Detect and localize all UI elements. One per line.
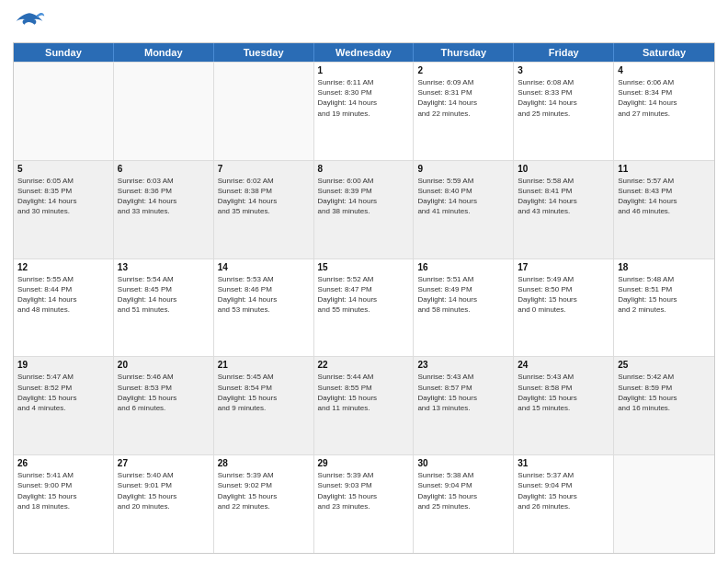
day-info: Sunrise: 6:00 AM Sunset: 8:39 PM Dayligh… xyxy=(318,176,410,217)
cal-cell-4-6 xyxy=(614,455,714,553)
cal-cell-1-3: 8Sunrise: 6:00 AM Sunset: 8:39 PM Daylig… xyxy=(314,161,415,259)
day-number: 30 xyxy=(417,458,509,468)
day-info: Sunrise: 5:38 AM Sunset: 9:04 PM Dayligh… xyxy=(417,470,509,511)
day-info: Sunrise: 5:47 AM Sunset: 8:52 PM Dayligh… xyxy=(17,372,109,413)
day-info: Sunrise: 6:05 AM Sunset: 8:35 PM Dayligh… xyxy=(17,176,109,217)
cal-cell-2-2: 14Sunrise: 5:53 AM Sunset: 8:46 PM Dayli… xyxy=(214,259,314,357)
day-number: 19 xyxy=(17,360,109,370)
cal-cell-1-6: 11Sunrise: 5:57 AM Sunset: 8:43 PM Dayli… xyxy=(614,161,714,259)
day-number: 24 xyxy=(518,360,609,370)
header-day-wednesday: Wednesday xyxy=(314,43,415,62)
calendar-row-3: 19Sunrise: 5:47 AM Sunset: 8:52 PM Dayli… xyxy=(14,356,714,454)
calendar: SundayMondayTuesdayWednesdayThursdayFrid… xyxy=(13,42,715,554)
day-info: Sunrise: 6:08 AM Sunset: 8:33 PM Dayligh… xyxy=(518,77,609,119)
calendar-body: 1Sunrise: 6:11 AM Sunset: 8:30 PM Daylig… xyxy=(14,62,714,553)
day-number: 8 xyxy=(318,164,410,174)
day-number: 3 xyxy=(518,65,609,75)
page: SundayMondayTuesdayWednesdayThursdayFrid… xyxy=(0,0,728,563)
cal-cell-4-0: 26Sunrise: 5:41 AM Sunset: 9:00 PM Dayli… xyxy=(14,455,114,553)
day-number: 15 xyxy=(318,262,410,272)
cal-cell-4-1: 27Sunrise: 5:40 AM Sunset: 9:01 PM Dayli… xyxy=(114,455,214,553)
cal-cell-3-4: 23Sunrise: 5:43 AM Sunset: 8:57 PM Dayli… xyxy=(414,357,514,454)
header-day-friday: Friday xyxy=(514,43,614,62)
day-info: Sunrise: 5:43 AM Sunset: 8:58 PM Dayligh… xyxy=(518,372,609,413)
day-info: Sunrise: 5:53 AM Sunset: 8:46 PM Dayligh… xyxy=(218,274,310,316)
day-number: 4 xyxy=(618,65,711,75)
day-info: Sunrise: 6:09 AM Sunset: 8:31 PM Dayligh… xyxy=(417,77,509,119)
day-info: Sunrise: 5:48 AM Sunset: 8:51 PM Dayligh… xyxy=(618,274,711,316)
cal-cell-0-5: 3Sunrise: 6:08 AM Sunset: 8:33 PM Daylig… xyxy=(514,63,614,160)
calendar-row-2: 12Sunrise: 5:55 AM Sunset: 8:44 PM Dayli… xyxy=(14,259,714,357)
day-number: 6 xyxy=(118,164,210,174)
cal-cell-2-6: 18Sunrise: 5:48 AM Sunset: 8:51 PM Dayli… xyxy=(614,259,714,357)
day-info: Sunrise: 5:42 AM Sunset: 8:59 PM Dayligh… xyxy=(618,372,711,413)
day-number: 27 xyxy=(118,458,210,468)
cal-cell-3-3: 22Sunrise: 5:44 AM Sunset: 8:55 PM Dayli… xyxy=(314,357,415,454)
day-info: Sunrise: 5:58 AM Sunset: 8:41 PM Dayligh… xyxy=(518,176,609,217)
cal-cell-4-3: 29Sunrise: 5:39 AM Sunset: 9:03 PM Dayli… xyxy=(314,455,415,553)
cal-cell-0-4: 2Sunrise: 6:09 AM Sunset: 8:31 PM Daylig… xyxy=(414,63,514,160)
header xyxy=(13,9,715,37)
day-number: 23 xyxy=(417,360,509,370)
cal-cell-4-5: 31Sunrise: 5:37 AM Sunset: 9:04 PM Dayli… xyxy=(514,455,614,553)
day-number: 21 xyxy=(218,360,310,370)
day-info: Sunrise: 6:03 AM Sunset: 8:36 PM Dayligh… xyxy=(118,176,210,217)
day-number: 10 xyxy=(518,164,609,174)
cal-cell-4-2: 28Sunrise: 5:39 AM Sunset: 9:02 PM Dayli… xyxy=(214,455,314,553)
cal-cell-1-4: 9Sunrise: 5:59 AM Sunset: 8:40 PM Daylig… xyxy=(414,161,514,259)
day-info: Sunrise: 5:55 AM Sunset: 8:44 PM Dayligh… xyxy=(17,274,109,316)
cal-cell-1-2: 7Sunrise: 6:02 AM Sunset: 8:38 PM Daylig… xyxy=(214,161,314,259)
day-number: 7 xyxy=(218,164,310,174)
cal-cell-2-3: 15Sunrise: 5:52 AM Sunset: 8:47 PM Dayli… xyxy=(314,259,415,357)
header-day-tuesday: Tuesday xyxy=(214,43,314,62)
day-info: Sunrise: 6:11 AM Sunset: 8:30 PM Dayligh… xyxy=(318,77,410,119)
logo-icon xyxy=(13,9,46,37)
cal-cell-0-2 xyxy=(214,63,314,160)
calendar-row-4: 26Sunrise: 5:41 AM Sunset: 9:00 PM Dayli… xyxy=(14,454,714,553)
cal-cell-2-4: 16Sunrise: 5:51 AM Sunset: 8:49 PM Dayli… xyxy=(414,259,514,357)
calendar-row-0: 1Sunrise: 6:11 AM Sunset: 8:30 PM Daylig… xyxy=(14,62,714,160)
day-number: 14 xyxy=(218,262,310,272)
day-number: 17 xyxy=(518,262,609,272)
day-number: 16 xyxy=(417,262,509,272)
day-number: 12 xyxy=(17,262,109,272)
cal-cell-2-0: 12Sunrise: 5:55 AM Sunset: 8:44 PM Dayli… xyxy=(14,259,114,357)
day-info: Sunrise: 5:39 AM Sunset: 9:02 PM Dayligh… xyxy=(218,470,310,511)
day-number: 29 xyxy=(318,458,410,468)
day-info: Sunrise: 5:43 AM Sunset: 8:57 PM Dayligh… xyxy=(417,372,509,413)
day-info: Sunrise: 5:57 AM Sunset: 8:43 PM Dayligh… xyxy=(618,176,711,217)
day-number: 22 xyxy=(318,360,410,370)
day-number: 20 xyxy=(118,360,210,370)
day-number: 26 xyxy=(17,458,109,468)
day-number: 2 xyxy=(417,65,509,75)
cal-cell-0-0 xyxy=(14,63,114,160)
cal-cell-3-6: 25Sunrise: 5:42 AM Sunset: 8:59 PM Dayli… xyxy=(614,357,714,454)
day-info: Sunrise: 5:51 AM Sunset: 8:49 PM Dayligh… xyxy=(417,274,509,316)
day-number: 28 xyxy=(218,458,310,468)
header-day-saturday: Saturday xyxy=(614,43,714,62)
day-number: 5 xyxy=(17,164,109,174)
day-info: Sunrise: 5:41 AM Sunset: 9:00 PM Dayligh… xyxy=(17,470,109,511)
day-number: 1 xyxy=(318,65,410,75)
day-number: 11 xyxy=(618,164,711,174)
day-info: Sunrise: 5:46 AM Sunset: 8:53 PM Dayligh… xyxy=(118,372,210,413)
day-number: 31 xyxy=(518,458,609,468)
day-number: 9 xyxy=(417,164,509,174)
cal-cell-4-4: 30Sunrise: 5:38 AM Sunset: 9:04 PM Dayli… xyxy=(414,455,514,553)
cal-cell-3-1: 20Sunrise: 5:46 AM Sunset: 8:53 PM Dayli… xyxy=(114,357,214,454)
day-info: Sunrise: 5:39 AM Sunset: 9:03 PM Dayligh… xyxy=(318,470,410,511)
day-info: Sunrise: 5:52 AM Sunset: 8:47 PM Dayligh… xyxy=(318,274,410,316)
cal-cell-1-5: 10Sunrise: 5:58 AM Sunset: 8:41 PM Dayli… xyxy=(514,161,614,259)
cal-cell-1-0: 5Sunrise: 6:05 AM Sunset: 8:35 PM Daylig… xyxy=(14,161,114,259)
day-info: Sunrise: 5:40 AM Sunset: 9:01 PM Dayligh… xyxy=(118,470,210,511)
calendar-row-1: 5Sunrise: 6:05 AM Sunset: 8:35 PM Daylig… xyxy=(14,160,714,259)
day-info: Sunrise: 5:45 AM Sunset: 8:54 PM Dayligh… xyxy=(218,372,310,413)
day-info: Sunrise: 5:37 AM Sunset: 9:04 PM Dayligh… xyxy=(518,470,609,511)
cal-cell-1-1: 6Sunrise: 6:03 AM Sunset: 8:36 PM Daylig… xyxy=(114,161,214,259)
calendar-header: SundayMondayTuesdayWednesdayThursdayFrid… xyxy=(14,43,714,62)
day-number: 13 xyxy=(118,262,210,272)
header-day-monday: Monday xyxy=(114,43,214,62)
day-info: Sunrise: 5:44 AM Sunset: 8:55 PM Dayligh… xyxy=(318,372,410,413)
day-info: Sunrise: 5:59 AM Sunset: 8:40 PM Dayligh… xyxy=(417,176,509,217)
day-info: Sunrise: 5:49 AM Sunset: 8:50 PM Dayligh… xyxy=(518,274,609,316)
